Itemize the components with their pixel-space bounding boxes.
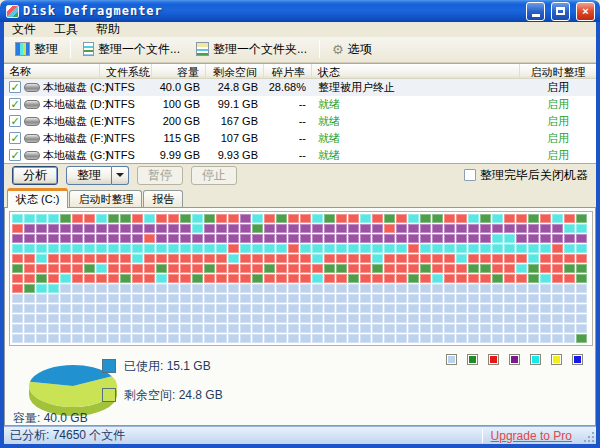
- map-cell: [348, 244, 359, 253]
- map-cell: [156, 284, 167, 293]
- map-cell: [24, 294, 35, 303]
- map-cell: [108, 314, 119, 323]
- map-cell: [240, 234, 251, 243]
- map-cell: [192, 224, 203, 233]
- map-cell: [576, 294, 587, 303]
- map-cell: [564, 314, 575, 323]
- map-cell: [132, 284, 143, 293]
- minimize-button[interactable]: [526, 2, 545, 21]
- header-free-space[interactable]: 剩余空间: [206, 64, 264, 78]
- toolbar-defrag-file-button[interactable]: 整理一个文件...: [76, 38, 187, 61]
- map-cell: [132, 324, 143, 333]
- drive-row-g[interactable]: ✓本地磁盘 (G:) NTFS 9.99 GB 9.93 GB -- 就绪 启用: [4, 147, 596, 164]
- map-cell: [108, 264, 119, 273]
- map-cell: [360, 234, 371, 243]
- menu-tools[interactable]: 工具: [54, 21, 78, 38]
- close-button[interactable]: ×: [576, 2, 595, 21]
- map-cell: [84, 314, 95, 323]
- map-cell: [564, 264, 575, 273]
- drive-checkbox[interactable]: ✓: [9, 115, 21, 127]
- map-cell: [156, 254, 167, 263]
- map-cell: [456, 314, 467, 323]
- header-status[interactable]: 状态: [312, 64, 520, 78]
- map-cell: [12, 224, 23, 233]
- drive-row-d[interactable]: ✓本地磁盘 (D:) NTFS 100 GB 99.1 GB -- 就绪 启用: [4, 96, 596, 113]
- map-cell: [84, 214, 95, 223]
- toolbar-options-button[interactable]: ⚙ 选项: [325, 38, 379, 61]
- pause-button[interactable]: 暂停: [137, 166, 183, 185]
- tab-status[interactable]: 状态 (C:): [7, 188, 68, 208]
- map-cell: [96, 294, 107, 303]
- map-cell: [432, 304, 443, 313]
- header-boot-defrag[interactable]: 启动时整理: [520, 64, 596, 78]
- header-fragmentation[interactable]: 碎片率: [264, 64, 312, 78]
- map-cell: [72, 244, 83, 253]
- drive-checkbox[interactable]: ✓: [9, 132, 21, 144]
- toolbar-defrag-button[interactable]: 整理: [8, 38, 65, 61]
- drive-checkbox[interactable]: ✓: [9, 81, 21, 93]
- shutdown-checkbox[interactable]: [464, 169, 476, 181]
- map-cell: [300, 334, 311, 343]
- map-cell: [516, 324, 527, 333]
- map-cell: [108, 284, 119, 293]
- map-cell: [360, 214, 371, 223]
- resize-grip[interactable]: [583, 431, 595, 443]
- map-cell: [576, 324, 587, 333]
- map-cell: [492, 214, 503, 223]
- map-cell: [528, 324, 539, 333]
- map-cell: [252, 214, 263, 223]
- map-cell: [528, 234, 539, 243]
- map-cell: [60, 264, 71, 273]
- tab-report[interactable]: 报告: [143, 190, 183, 208]
- map-cell: [312, 234, 323, 243]
- map-cell: [396, 324, 407, 333]
- map-cell: [24, 234, 35, 243]
- map-cell: [348, 274, 359, 283]
- map-cell: [24, 214, 35, 223]
- map-cell: [12, 244, 23, 253]
- map-cell: [276, 244, 287, 253]
- menu-help[interactable]: 帮助: [96, 21, 120, 38]
- title-bar[interactable]: Disk Defragmenter ×: [0, 0, 600, 22]
- map-cell: [132, 244, 143, 253]
- header-filesystem[interactable]: 文件系统: [100, 64, 152, 78]
- map-cell: [312, 254, 323, 263]
- map-cell: [96, 234, 107, 243]
- analyze-button[interactable]: 分析: [12, 166, 58, 185]
- map-cell: [420, 284, 431, 293]
- map-cell: [288, 324, 299, 333]
- map-cell: [36, 324, 47, 333]
- header-name[interactable]: 名称: [4, 64, 100, 78]
- menu-file[interactable]: 文件: [12, 21, 36, 38]
- map-cell: [264, 224, 275, 233]
- drive-filesystem: NTFS: [100, 132, 152, 144]
- header-capacity[interactable]: 容量: [152, 64, 206, 78]
- map-cell: [360, 284, 371, 293]
- map-cell: [480, 294, 491, 303]
- map-cell: [288, 294, 299, 303]
- upgrade-to-pro-link[interactable]: Upgrade to Pro: [491, 429, 572, 443]
- drive-checkbox[interactable]: ✓: [9, 98, 21, 110]
- drive-checkbox[interactable]: ✓: [9, 149, 21, 161]
- map-cell: [156, 234, 167, 243]
- map-cell: [492, 234, 503, 243]
- tab-boot-defrag[interactable]: 启动时整理: [69, 190, 142, 208]
- drive-row-f[interactable]: ✓本地磁盘 (F:) NTFS 115 GB 107 GB -- 就绪 启用: [4, 130, 596, 147]
- map-cell: [96, 214, 107, 223]
- defrag-dropdown-button[interactable]: [112, 166, 129, 185]
- toolbar-defrag-folder-button[interactable]: 整理一个文件夹...: [189, 38, 314, 61]
- map-cell: [348, 304, 359, 313]
- drive-row-c[interactable]: ✓本地磁盘 (C:) NTFS 40.0 GB 24.8 GB 28.68% 整…: [4, 79, 596, 96]
- map-cell: [312, 244, 323, 253]
- map-cell: [60, 244, 71, 253]
- map-cell: [216, 234, 227, 243]
- map-cell: [180, 244, 191, 253]
- maximize-button[interactable]: [551, 2, 570, 21]
- defrag-button[interactable]: 整理: [66, 166, 112, 185]
- drive-row-e[interactable]: ✓本地磁盘 (E:) NTFS 200 GB 167 GB -- 就绪 启用: [4, 113, 596, 130]
- map-cell: [252, 244, 263, 253]
- map-cell: [552, 244, 563, 253]
- map-cell: [144, 264, 155, 273]
- stop-button[interactable]: 停止: [191, 166, 237, 185]
- map-cell: [528, 284, 539, 293]
